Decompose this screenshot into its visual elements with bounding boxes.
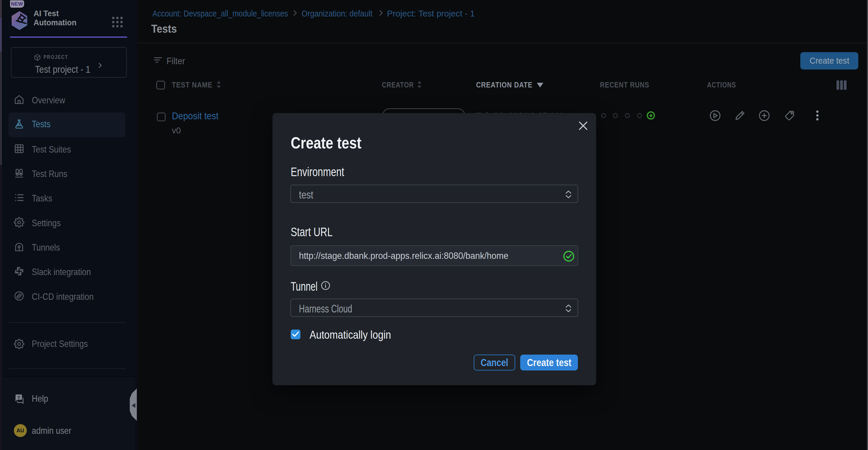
- svg-text:?: ?: [18, 395, 20, 400]
